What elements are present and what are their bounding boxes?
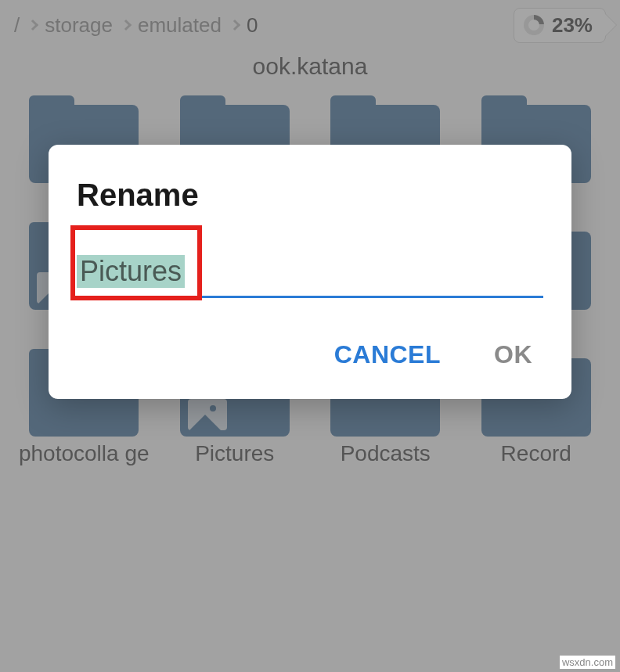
rename-input[interactable]: Pictures <box>77 255 543 298</box>
dialog-title: Rename <box>77 178 543 213</box>
ok-button[interactable]: OK <box>491 334 535 376</box>
watermark: wsxdn.com <box>560 656 615 669</box>
cancel-button[interactable]: CANCEL <box>331 334 444 376</box>
rename-input-value[interactable]: Pictures <box>77 255 185 288</box>
rename-dialog: Rename Pictures CANCEL OK <box>49 145 571 399</box>
dialog-actions: CANCEL OK <box>77 334 543 376</box>
file-manager-screen: / storage emulated 0 23% ook.katana Es <box>0 0 620 672</box>
